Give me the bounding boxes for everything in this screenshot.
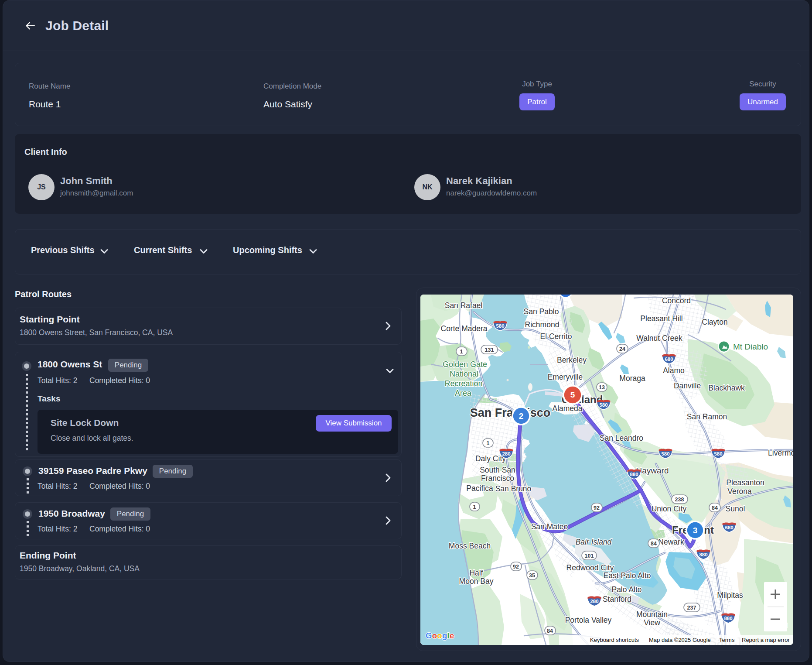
svg-text:880: 880 [699,552,707,557]
svg-text:880: 880 [630,472,638,477]
svg-text:35: 35 [529,572,535,579]
svg-text:1: 1 [473,504,476,510]
svg-text:Golden Gate: Golden Gate [443,360,487,369]
svg-text:Walnut Creek: Walnut Creek [636,334,682,343]
svg-text:Recreation: Recreation [444,379,482,388]
svg-text:Area: Area [455,389,472,398]
svg-text:84: 84 [712,505,718,511]
svg-text:San Mateo: San Mateo [531,522,568,531]
svg-text:3: 3 [693,526,698,535]
svg-text:238: 238 [675,497,684,503]
svg-text:Terms: Terms [719,637,735,643]
svg-text:Berkeley: Berkeley [557,356,587,364]
svg-text:San Bruno: San Bruno [495,484,532,493]
svg-text:Alameda: Alameda [552,404,582,413]
svg-text:Half: Half [469,569,483,577]
svg-text:South San: South San [480,466,515,474]
svg-text:Mt Diablo: Mt Diablo [733,342,768,351]
svg-text:280: 280 [502,451,510,456]
svg-text:Moraga: Moraga [619,374,645,383]
svg-text:Bair Island: Bair Island [576,538,612,546]
svg-text:San Pablo: San Pablo [524,307,559,316]
svg-text:Alamo: Alamo [663,366,685,375]
svg-text:92: 92 [594,505,600,511]
svg-text:National: National [450,370,478,378]
svg-text:5: 5 [570,390,575,399]
svg-text:Verona: Verona [727,487,752,496]
svg-text:Stanford: Stanford [603,595,631,603]
svg-text:Union City: Union City [652,504,687,513]
svg-text:San Francisco: San Francisco [470,406,551,419]
svg-text:Pleasant Hill: Pleasant Hill [640,314,682,323]
svg-text:Danville: Danville [674,381,701,390]
svg-text:View: View [644,618,660,627]
svg-text:1: 1 [487,440,490,446]
svg-text:280: 280 [590,599,598,604]
svg-text:Livermore: Livermore [768,449,793,457]
svg-text:580: 580 [661,451,669,456]
svg-text:Moss Beach: Moss Beach [449,542,491,550]
svg-text:Palo Alto: Palo Alto [611,585,641,594]
svg-text:580: 580 [599,402,607,408]
svg-text:Clayton: Clayton [702,318,727,326]
svg-text:Blackhawk: Blackhawk [708,384,745,392]
svg-text:Richmond: Richmond [525,320,560,329]
svg-text:101: 101 [585,553,594,559]
svg-text:San Leandro: San Leandro [600,434,643,442]
svg-text:13: 13 [599,384,605,391]
svg-text:Mountain: Mountain [636,610,668,619]
svg-text:Francisco: Francisco [481,474,514,483]
svg-text:Newark: Newark [658,538,684,546]
svg-text:Emeryville: Emeryville [548,373,583,381]
svg-text:580: 580 [714,451,722,456]
svg-text:Milpitas: Milpitas [717,591,743,600]
svg-text:84: 84 [547,628,553,634]
svg-text:580: 580 [496,323,504,329]
svg-text:Report a map error: Report a map error [742,637,790,643]
svg-text:1: 1 [460,349,463,355]
svg-text:Map data ©2025 Google: Map data ©2025 Google [649,637,711,643]
svg-text:San Ramon: San Ramon [687,412,727,421]
svg-text:2: 2 [519,411,524,421]
svg-text:92: 92 [513,564,519,570]
svg-text:84: 84 [651,541,657,547]
svg-text:Concord: Concord [662,296,691,305]
svg-text:East Palo Alto: East Palo Alto [604,571,651,580]
svg-text:131: 131 [485,347,494,353]
svg-text:Redwood City: Redwood City [566,563,614,572]
svg-text:24: 24 [619,346,625,352]
svg-text:Moon Bay: Moon Bay [459,577,494,586]
svg-text:680: 680 [665,356,673,362]
svg-text:Keyboard shortcuts: Keyboard shortcuts [590,637,639,643]
svg-text:Corte Madera: Corte Madera [441,324,488,333]
svg-text:Sunol: Sunol [726,504,745,513]
svg-text:Pacifica: Pacifica [466,484,493,493]
svg-text:680: 680 [725,525,733,530]
svg-text:El Cerrito: El Cerrito [540,332,572,341]
svg-text:Google: Google [426,631,454,640]
svg-text:880: 880 [724,616,732,621]
svg-text:San Rafael: San Rafael [445,301,483,310]
svg-text:Portola Valley: Portola Valley [565,616,612,624]
svg-text:Pleasanton: Pleasanton [726,478,764,487]
svg-text:237: 237 [687,605,696,611]
